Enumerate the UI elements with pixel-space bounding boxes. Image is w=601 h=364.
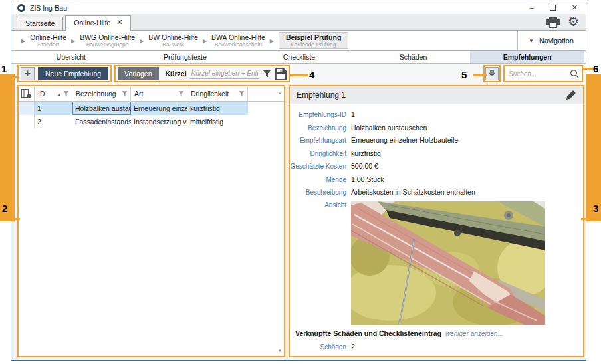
cell-id: 1 xyxy=(35,102,72,115)
annotation-connector-6 xyxy=(583,68,594,70)
window-title: ZIS Ing-Bau xyxy=(30,4,67,12)
detail-header: Empfehlung 1 xyxy=(290,86,583,104)
breadcrumb-standort[interactable]: Online-Hilfe Standort xyxy=(30,33,66,48)
tab-uebersicht[interactable]: Übersicht xyxy=(14,51,128,63)
tab-checkliste[interactable]: Checkliste xyxy=(242,51,356,63)
field-value: 1,00 Stück xyxy=(351,175,384,183)
detail-title: Empfehlung 1 xyxy=(297,90,346,100)
gear-icon[interactable]: ⚙ xyxy=(485,67,499,80)
navigation-dropdown-button[interactable]: ▼ Navigation xyxy=(517,31,579,50)
show-less-link[interactable]: weniger anzeigen... xyxy=(445,330,503,337)
breadcrumb-bauwerk[interactable]: BW Online-Hilfe Bauwerk xyxy=(148,33,198,48)
filter-funnel-icon[interactable] xyxy=(178,91,184,96)
field-value: 1 xyxy=(351,110,355,118)
breadcrumb-title: BW Online-Hilfe xyxy=(148,33,198,42)
breadcrumb-subtitle: Laufende Prüfung xyxy=(286,41,341,48)
search-icon[interactable] xyxy=(570,69,579,78)
cell-art: Erneuerung einzelner... xyxy=(131,102,187,115)
cell-art: Instandsetzung von S... xyxy=(131,115,187,128)
toolbar: + Neue Empfehlung Vorlagen Kürzel xyxy=(11,64,586,84)
tab-pruefungstexte[interactable]: Prüfungstexte xyxy=(128,51,243,63)
main-split: ID ▲ Bezeichnung xyxy=(11,84,586,360)
column-header-dringlichkeit[interactable]: Dringlichkeit xyxy=(187,86,248,102)
annotation-marker-4: 4 xyxy=(309,70,314,80)
annotation-marker-1: 1 xyxy=(1,64,7,74)
breadcrumb-title: BWG Online-Hilfe xyxy=(80,33,135,42)
new-recommendation-button[interactable]: Neue Empfehlung xyxy=(38,67,108,80)
cell-id: 2 xyxy=(35,115,72,128)
cell-dringlichkeit: kurzfristig xyxy=(187,102,248,115)
filter-funnel-icon[interactable] xyxy=(239,91,245,96)
navigation-label: Navigation xyxy=(539,37,574,45)
column-header-bezeichnung[interactable]: Bezeichnung xyxy=(72,86,131,102)
row-gutter xyxy=(19,115,35,128)
annotation-bar-right xyxy=(586,74,601,221)
field-value: kurzfristig xyxy=(351,149,381,157)
breadcrumb-arrow-icon: ▶ xyxy=(140,38,144,44)
detail-body: Empfehlungs-ID1 BezeichnungHolzbalken au… xyxy=(290,104,583,356)
column-chooser-button[interactable] xyxy=(19,86,35,102)
toolbar-group-templates: Vorlagen Kürzel xyxy=(114,65,290,82)
annotation-connector-3 xyxy=(581,218,587,220)
field-label: Geschätzte Kosten xyxy=(290,163,351,170)
field-label: Schäden xyxy=(290,343,351,351)
filter-funnel-icon[interactable] xyxy=(63,91,69,96)
minimize-icon[interactable]: – xyxy=(530,4,534,11)
content-area: + Neue Empfehlung Vorlagen Kürzel xyxy=(11,64,586,360)
table-row[interactable]: 2 Fassadeninstandsetzu... Instandsetzung… xyxy=(19,115,284,128)
kurzel-label: Kürzel xyxy=(166,70,187,78)
tab-online-hilfe-label: Online-Hilfe xyxy=(74,19,110,27)
filter-funnel-icon[interactable] xyxy=(122,91,128,96)
app-logo-icon xyxy=(17,4,25,12)
column-label: ID xyxy=(38,90,55,98)
chevron-down-icon: ▼ xyxy=(529,38,534,44)
print-icon[interactable] xyxy=(546,17,560,28)
cell-bezeichnung: Fassadeninstandsetzu... xyxy=(72,115,131,128)
column-chooser-icon xyxy=(21,89,31,98)
column-header-art[interactable]: Art xyxy=(131,86,187,102)
breadcrumb-pruefung-active[interactable]: Beispiel Prüfung Laufende Prüfung xyxy=(279,32,348,50)
close-icon[interactable]: ✕ xyxy=(572,4,578,11)
title-bar: ZIS Ing-Bau – ✕ xyxy=(11,1,586,14)
scroll-down-icon[interactable]: ▼ xyxy=(278,349,282,353)
field-value: 2 xyxy=(351,343,355,351)
kurzel-input[interactable] xyxy=(190,68,259,79)
tab-schaeden[interactable]: Schäden xyxy=(356,51,471,63)
add-icon[interactable]: + xyxy=(21,67,35,80)
linked-heading: Verknüpfte Schäden und Checklisteneintra… xyxy=(295,329,441,337)
tab-empfehlungen[interactable]: Empfehlungen xyxy=(470,51,584,63)
search-input[interactable] xyxy=(509,70,570,78)
breadcrumb: ▶ Online-Hilfe Standort ▶ BWG Online-Hil… xyxy=(11,31,586,51)
templates-button[interactable]: Vorlagen xyxy=(118,67,158,80)
column-label: Dringlichkeit xyxy=(191,90,237,98)
field-label-ansicht: Ansicht xyxy=(290,201,351,209)
column-header-id[interactable]: ID ▲ xyxy=(35,86,72,102)
annotation-bar-left xyxy=(0,74,15,221)
tab-online-hilfe[interactable]: Online-Hilfe ✕ xyxy=(65,15,131,31)
save-icon[interactable] xyxy=(275,68,287,80)
settings-gear-icon[interactable]: ⚙ xyxy=(568,15,579,29)
linked-section: Verknüpfte Schäden und Checklisteneintra… xyxy=(290,329,578,356)
tab-close-icon[interactable]: ✕ xyxy=(116,18,122,27)
maximize-icon[interactable] xyxy=(550,5,556,11)
toolbar-group-new: + Neue Empfehlung xyxy=(17,65,112,82)
document-tab-bar: Startseite Online-Hilfe ✕ ⚙ xyxy=(11,14,586,31)
section-tab-bar: Übersicht Prüfungstexte Checkliste Schäd… xyxy=(11,51,586,64)
annotation-marker-6: 6 xyxy=(593,64,598,74)
table-body: 1 Holzbalken austausch... Erneuerung ein… xyxy=(19,102,284,356)
filter-funnel-icon[interactable] xyxy=(263,70,271,78)
field-value: Arbeitskosten in Schätzkosten enthalten xyxy=(351,188,475,196)
table-row[interactable]: 1 Holzbalken austausch... Erneuerung ein… xyxy=(19,102,284,115)
scroll-up-icon[interactable]: ▲ xyxy=(278,91,282,95)
breadcrumb-subtitle: Bauwerk xyxy=(148,41,198,48)
search-box xyxy=(503,65,583,82)
edit-pencil-icon[interactable] xyxy=(565,90,576,101)
recommendations-table: ID ▲ Bezeichnung xyxy=(17,85,285,357)
breadcrumb-bauwerksabschnitt[interactable]: BWA Online-Hilfe Bauwerksabschnitt xyxy=(211,33,265,48)
damaged-beam-photo xyxy=(351,201,545,325)
table-header-row: ID ▲ Bezeichnung xyxy=(19,86,284,102)
tab-startseite[interactable]: Startseite xyxy=(17,17,63,30)
breadcrumb-bauwerksgruppe[interactable]: BWG Online-Hilfe Bauwerksgruppe xyxy=(80,33,135,48)
field-label: Beschreibung xyxy=(290,189,351,196)
field-label: Menge xyxy=(290,176,351,183)
